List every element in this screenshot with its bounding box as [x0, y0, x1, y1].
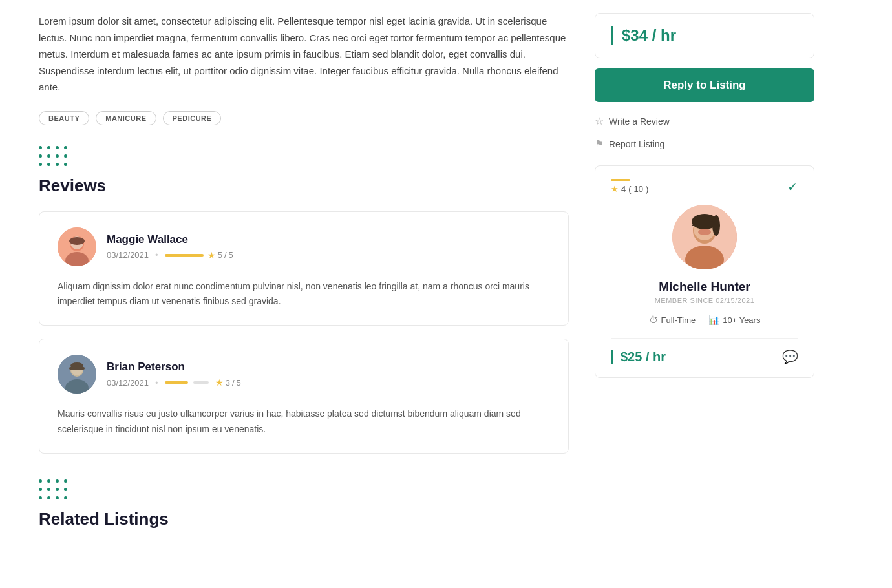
review-card-2: Brian Peterson 03/12/2021 • ★ 3 /: [39, 339, 569, 454]
main-content: Lorem ipsum dolor sit amet, consectetur …: [39, 13, 569, 545]
profile-price-row: $25 / hr 💬: [611, 338, 798, 364]
price-value: $34 / hr: [622, 26, 676, 44]
rating-max-1: 5: [229, 250, 233, 260]
bar-track-2-empty: [193, 381, 209, 384]
review-header-1: Maggie Wallace 03/12/2021 • ★ 5 / 5: [58, 227, 550, 266]
experience-label: 10+ Years: [723, 315, 760, 325]
reviewer-name-2: Brian Peterson: [107, 361, 550, 373]
employment-type-label: Full-Time: [661, 315, 696, 325]
rating-value-2: 3: [226, 378, 230, 388]
avatar-brian: [58, 355, 96, 394]
tags-container: BEAUTY MANICURE PEDICURE: [39, 111, 569, 125]
rating-count: 10: [634, 184, 643, 194]
rating-score: 4: [621, 184, 626, 194]
rating-star-icon: ★: [611, 184, 619, 194]
star-icon-1: ★: [207, 250, 216, 260]
star-rating-1: ★ 5 / 5: [207, 250, 233, 260]
reviewer-info-1: Maggie Wallace 03/12/2021 • ★ 5 / 5: [107, 233, 550, 260]
rating-bar-1: ★ 5 / 5: [165, 250, 233, 260]
star-rating-2: ★ 3 / 5: [215, 377, 241, 388]
chart-icon: 📊: [708, 315, 719, 325]
report-listing-label: Report Listing: [609, 139, 664, 149]
rating-accent-bar: [611, 179, 630, 181]
rating-separator-2: /: [232, 378, 235, 388]
message-icon[interactable]: 💬: [782, 349, 798, 364]
bar-track-2: [165, 381, 188, 384]
rating-badge: ★ 4 (10): [611, 184, 648, 194]
review-text-2: Mauris convallis risus eu justo ullamcor…: [58, 406, 550, 437]
rating-wrap: ★ 4 (10): [611, 179, 648, 194]
review-text-1: Aliquam dignissim dolor erat nunc condim…: [58, 279, 550, 310]
description-text: Lorem ipsum dolor sit amet, consectetur …: [39, 13, 569, 96]
dots-decorator-related: [39, 479, 569, 501]
review-card-1: Maggie Wallace 03/12/2021 • ★ 5 / 5: [39, 211, 569, 326]
price-box: $34 / hr: [595, 13, 814, 58]
tag-beauty: BEAUTY: [39, 111, 89, 125]
meta-dot-1: •: [155, 250, 158, 260]
tag-pedicure: PEDICURE: [163, 111, 222, 125]
price-accent: $34 / hr: [611, 26, 676, 45]
reply-to-listing-button[interactable]: Reply to Listing: [595, 68, 814, 102]
reviewer-meta-1: 03/12/2021 • ★ 5 / 5: [107, 250, 550, 260]
profile-price-value: $25 / hr: [611, 350, 666, 364]
action-links: ☆ Write a Review ⚑ Report Listing: [595, 112, 814, 152]
profile-card-header: ★ 4 (10) ✓: [611, 179, 798, 194]
reviewer-info-2: Brian Peterson 03/12/2021 • ★ 3 /: [107, 361, 550, 388]
tag-manicure: MANICURE: [96, 111, 156, 125]
flag-icon: ⚑: [595, 138, 604, 150]
profile-meta: ⏱ Full-Time 📊 10+ Years: [611, 315, 798, 325]
rating-bar-2: ★ 3 / 5: [165, 377, 241, 388]
meta-dot-2: •: [155, 378, 158, 388]
profile-since: MEMBER SINCE 02/15/2021: [611, 297, 798, 304]
svg-rect-10: [69, 367, 85, 370]
related-title: Related Listings: [39, 509, 569, 529]
svg-point-17: [698, 229, 711, 235]
reviews-section: Reviews Maggie Wallace: [39, 146, 569, 454]
rating-value-1: 5: [218, 250, 222, 260]
related-listings-section: Related Listings: [39, 479, 569, 529]
reviewer-name-1: Maggie Wallace: [107, 233, 550, 246]
profile-avatar: [672, 205, 737, 269]
star-icon-2: ★: [215, 377, 224, 388]
star-outline-icon: ☆: [595, 115, 604, 127]
verified-check-icon: ✓: [787, 179, 798, 194]
profile-price: $25 / hr: [611, 350, 666, 364]
profile-avatar-wrap: [611, 205, 798, 269]
report-listing-link[interactable]: ⚑ Report Listing: [595, 135, 814, 152]
review-date-2: 03/12/2021: [107, 378, 149, 388]
rating-max-2: 5: [237, 378, 241, 388]
profile-name: Michelle Hunter: [611, 280, 798, 294]
write-review-label: Write a Review: [609, 116, 670, 127]
avatar-maggie: [58, 227, 96, 266]
profile-card: ★ 4 (10) ✓: [595, 165, 814, 378]
bar-track-1: [165, 254, 204, 257]
reviewer-meta-2: 03/12/2021 • ★ 3 / 5: [107, 377, 550, 388]
sidebar: $34 / hr Reply to Listing ☆ Write a Revi…: [595, 13, 814, 545]
experience: 📊 10+ Years: [708, 315, 760, 325]
svg-point-4: [69, 237, 85, 245]
dots-decorator: [39, 146, 569, 168]
clock-icon: ⏱: [649, 315, 658, 325]
rating-separator-1: /: [224, 250, 227, 260]
rating-paren-open: (: [628, 184, 631, 194]
reviews-title: Reviews: [39, 176, 569, 196]
employment-type: ⏱ Full-Time: [649, 315, 696, 325]
write-review-link[interactable]: ☆ Write a Review: [595, 112, 814, 130]
rating-paren-close: ): [646, 184, 648, 194]
review-date-1: 03/12/2021: [107, 250, 149, 260]
review-header-2: Brian Peterson 03/12/2021 • ★ 3 /: [58, 355, 550, 394]
